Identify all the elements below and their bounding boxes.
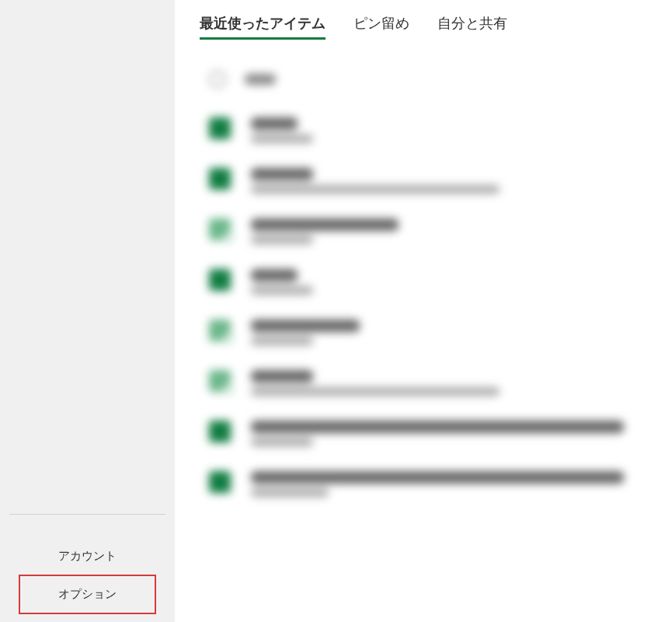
file-header-icon: [209, 71, 226, 88]
file-list-item[interactable]: [200, 156, 653, 206]
file-subtitle: [251, 387, 500, 396]
excel-file-icon: [209, 370, 231, 392]
file-list-item[interactable]: [200, 307, 653, 358]
file-title: [251, 269, 298, 281]
file-title: [251, 168, 313, 180]
file-list-item[interactable]: [200, 206, 653, 257]
excel-file-icon: [209, 168, 231, 190]
tab-pinned[interactable]: ピン留め: [353, 14, 409, 40]
file-title: [251, 471, 624, 484]
file-info: [251, 218, 399, 244]
excel-file-icon: [209, 320, 231, 341]
file-subtitle: [251, 488, 329, 497]
file-subtitle: [251, 286, 313, 295]
file-title: [251, 370, 313, 383]
file-subtitle: [251, 337, 313, 345]
sidebar-item-options[interactable]: オプション: [19, 575, 156, 614]
tab-bar: 最近使ったアイテム ピン留め 自分と共有: [200, 14, 653, 40]
file-list-item[interactable]: [200, 459, 653, 509]
file-list-item[interactable]: [200, 257, 653, 307]
file-header-label: [245, 74, 276, 85]
file-subtitle: [251, 135, 313, 143]
file-info: [251, 370, 500, 396]
tab-recent[interactable]: 最近使ったアイテム: [200, 14, 326, 40]
file-subtitle: [251, 438, 313, 446]
sidebar: アカウント オプション: [0, 0, 175, 622]
recent-file-list: [200, 63, 653, 509]
file-list-item[interactable]: [200, 105, 653, 156]
excel-file-icon: [209, 421, 231, 442]
file-title: [251, 117, 298, 130]
file-info: [251, 269, 313, 295]
tab-shared[interactable]: 自分と共有: [437, 14, 507, 40]
file-info: [251, 117, 313, 143]
file-info: [251, 421, 624, 446]
excel-file-icon: [209, 471, 231, 493]
file-info: [251, 320, 360, 345]
file-list-header: [200, 63, 653, 96]
file-info: [251, 168, 500, 194]
sidebar-item-account[interactable]: アカウント: [0, 538, 175, 575]
excel-file-icon: [209, 117, 231, 139]
excel-file-icon: [209, 269, 231, 291]
main-panel: 最近使ったアイテム ピン留め 自分と共有: [175, 0, 672, 622]
file-subtitle: [251, 185, 500, 194]
file-title: [251, 421, 624, 433]
sidebar-divider: [9, 514, 165, 515]
file-list-item[interactable]: [200, 408, 653, 459]
file-list-item[interactable]: [200, 358, 653, 408]
file-info: [251, 471, 624, 497]
file-title: [251, 320, 360, 332]
excel-file-icon: [209, 218, 231, 240]
file-title: [251, 218, 399, 231]
file-subtitle: [251, 236, 313, 244]
